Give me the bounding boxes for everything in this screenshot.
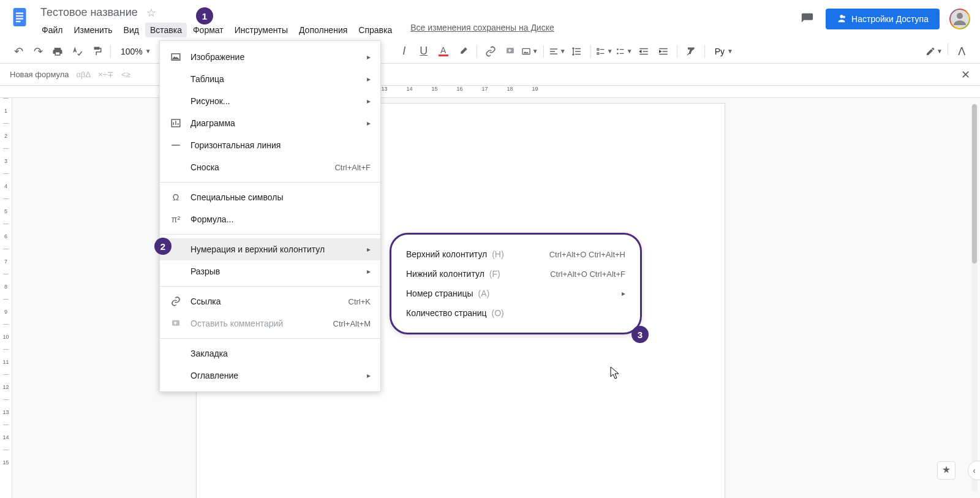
submenu-arrow-icon: ▸ — [367, 371, 371, 380]
user-avatar[interactable] — [949, 9, 970, 29]
insert-footnote[interactable]: Сноска Ctrl+Alt+F — [160, 156, 380, 178]
print-button[interactable] — [49, 43, 66, 60]
insert-chart[interactable]: Диаграмма ▸ — [160, 112, 380, 134]
underline-button[interactable]: U — [415, 43, 432, 60]
menu-format[interactable]: Формат — [188, 23, 228, 37]
toolbar-sep — [704, 45, 705, 58]
omega-icon: Ω — [170, 191, 182, 203]
scrollbar-thumb[interactable] — [972, 104, 977, 263]
increase-indent-button[interactable] — [655, 43, 672, 60]
insert-drawing[interactable]: Рисунок... ▸ — [160, 90, 380, 112]
highlight-button[interactable] — [454, 43, 472, 60]
input-tools-select[interactable]: Ру▼ — [710, 44, 738, 59]
annotation-badge-3: 3 — [631, 326, 649, 343]
menu-separator — [160, 182, 380, 183]
menu-separator — [160, 234, 380, 235]
toolbar-sep — [110, 45, 111, 58]
menu-tools[interactable]: Инструменты — [230, 23, 293, 37]
insert-toc[interactable]: Оглавление ▸ — [160, 364, 380, 387]
insert-special-chars[interactable]: Ω Специальные символы — [160, 186, 380, 208]
insert-image[interactable]: Изображение ▸ — [160, 46, 380, 68]
svg-point-11 — [617, 53, 619, 55]
insert-link-button[interactable] — [482, 43, 499, 60]
svg-rect-3 — [16, 18, 23, 20]
line-spacing-button[interactable] — [568, 43, 586, 60]
vertical-ruler[interactable]: 123456789101112131415 — [0, 98, 12, 498]
insert-comment-button[interactable] — [502, 43, 519, 60]
submenu-footer[interactable]: Нижний колонтитул (F) Ctrl+Alt+O Ctrl+Al… — [391, 264, 640, 284]
insert-link[interactable]: Ссылка Ctrl+K — [160, 290, 380, 312]
pi-icon: π² — [170, 213, 182, 225]
checklist-button[interactable]: ▼ — [596, 43, 613, 60]
editing-mode-button[interactable]: ▼ — [925, 43, 943, 60]
save-status[interactable]: Все изменения сохранены на Диске — [410, 23, 554, 37]
hide-menus-button[interactable]: ᐱ — [953, 43, 970, 60]
spellcheck-button[interactable] — [69, 43, 86, 60]
svg-rect-2 — [16, 15, 23, 17]
vertical-scrollbar[interactable] — [971, 104, 978, 492]
menu-view[interactable]: Вид — [119, 23, 144, 37]
relations-button[interactable]: <≥ — [121, 70, 130, 79]
decrease-indent-button[interactable] — [635, 43, 652, 60]
insert-menu-dropdown: Изображение ▸ Таблица ▸ Рисунок... ▸ Диа… — [159, 40, 381, 392]
image-icon — [170, 51, 182, 63]
insert-table[interactable]: Таблица ▸ — [160, 68, 380, 90]
menu-edit[interactable]: Изменить — [69, 23, 117, 37]
toolbar: ↶ ↷ 100%▼ I U A ▼ ▼ ▼ ▼ Ру▼ ▼ ᐱ — [0, 39, 980, 64]
link-icon — [170, 295, 182, 307]
clear-format-button[interactable] — [682, 43, 699, 60]
bulleted-list-button[interactable]: ▼ — [616, 43, 633, 60]
new-equation-button[interactable]: Новая формула — [10, 70, 69, 79]
svg-rect-1 — [16, 13, 23, 14]
insert-hr[interactable]: Горизонтальная линия — [160, 134, 380, 156]
comments-button[interactable] — [799, 10, 816, 28]
insert-bookmark[interactable]: Закладка — [160, 342, 380, 364]
svg-point-5 — [843, 16, 845, 18]
greek-letters-button[interactable]: αβΔ — [77, 70, 91, 79]
header-footer-submenu: Верхний колонтитул (H) Ctrl+Alt+O Ctrl+A… — [390, 233, 642, 334]
close-equation-toolbar[interactable]: ✕ — [961, 68, 970, 81]
menubar: Файл Изменить Вид Вставка Формат Инструм… — [37, 23, 799, 37]
toolbar-sep — [948, 43, 948, 55]
submenu-arrow-icon: ▸ — [367, 75, 371, 83]
submenu-arrow-icon: ▸ — [622, 289, 625, 298]
docs-logo[interactable] — [7, 5, 32, 29]
share-button[interactable]: Настройки Доступа — [826, 9, 940, 29]
undo-button[interactable]: ↶ — [10, 43, 27, 60]
insert-break[interactable]: Разрыв ▸ — [160, 260, 380, 282]
toolbar-sep — [590, 45, 591, 58]
submenu-page-number[interactable]: Номер страницы (A) ▸ — [391, 284, 640, 303]
toolbar-sep — [677, 45, 677, 58]
italic-button[interactable]: I — [396, 43, 413, 60]
insert-equation[interactable]: π² Формула... — [160, 208, 380, 230]
zoom-select[interactable]: 100%▼ — [116, 44, 156, 59]
horizontal-ruler[interactable]: 678910111213141516171819 — [0, 86, 980, 98]
toolbar-sep — [543, 45, 544, 58]
explore-button[interactable] — [937, 461, 956, 480]
equation-toolbar: Новая формула αβΔ ×÷∓ <≥ ✕ — [0, 64, 980, 86]
chart-icon — [170, 117, 182, 129]
side-panel-toggle[interactable]: ‹ — [968, 461, 980, 480]
comment-icon — [170, 317, 182, 330]
doc-title[interactable]: Тестовое название — [37, 5, 141, 20]
svg-rect-9 — [597, 53, 599, 55]
svg-rect-8 — [597, 48, 599, 50]
insert-image-button[interactable]: ▼ — [521, 43, 538, 60]
menu-addons[interactable]: Дополнения — [294, 23, 352, 37]
mouse-cursor-icon — [610, 366, 620, 380]
menu-file[interactable]: Файл — [37, 23, 67, 37]
text-color-button[interactable]: A — [435, 43, 452, 60]
svg-point-10 — [617, 48, 619, 50]
menu-insert[interactable]: Вставка — [145, 23, 187, 37]
insert-header-footer[interactable]: Нумерация и верхний колонтитул ▸ — [160, 238, 380, 260]
align-button[interactable]: ▼ — [549, 43, 566, 60]
star-icon[interactable]: ☆ — [146, 6, 156, 20]
submenu-header[interactable]: Верхний колонтитул (H) Ctrl+Alt+O Ctrl+A… — [391, 244, 640, 264]
redo-button[interactable]: ↷ — [29, 43, 47, 60]
svg-rect-0 — [13, 8, 26, 26]
operators-button[interactable]: ×÷∓ — [98, 70, 114, 79]
menu-separator — [160, 338, 380, 339]
menu-help[interactable]: Справка — [353, 23, 397, 37]
paint-format-button[interactable] — [88, 43, 105, 60]
submenu-page-count[interactable]: Количество страниц (O) — [391, 303, 640, 323]
